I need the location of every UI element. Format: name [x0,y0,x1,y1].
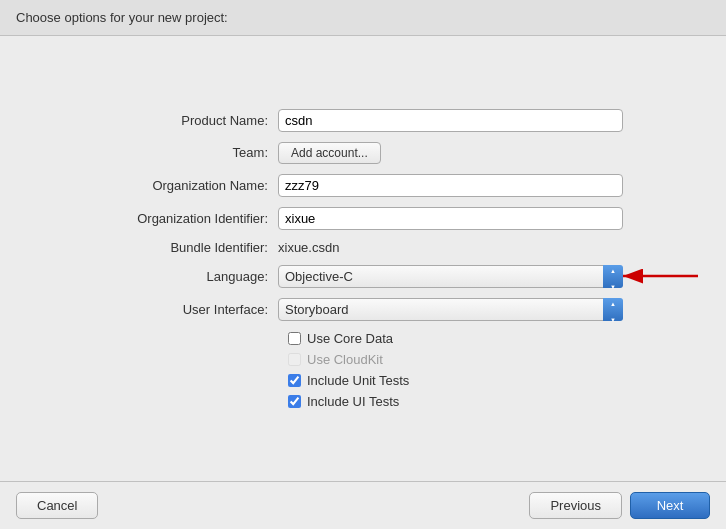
org-identifier-control [278,207,623,230]
include-unit-tests-checkbox[interactable] [288,374,301,387]
previous-button[interactable]: Previous [529,492,622,519]
use-cloudkit-row: Use CloudKit [288,352,623,367]
bundle-identifier-row: Bundle Identifier: xixue.csdn [103,240,623,255]
dialog-title: Choose options for your new project: [16,10,228,25]
add-account-button[interactable]: Add account... [278,142,381,164]
org-identifier-label: Organization Identifier: [103,211,278,226]
product-name-row: Product Name: [103,109,623,132]
ui-row: User Interface: Storyboard SwiftUI [103,298,623,321]
org-identifier-row: Organization Identifier: [103,207,623,230]
language-select[interactable]: Objective-C Swift [278,265,623,288]
team-row: Team: Add account... [103,142,623,164]
checkboxes-area: Use Core Data Use CloudKit Include Unit … [288,331,623,409]
bundle-identifier-label: Bundle Identifier: [103,240,278,255]
ui-control: Storyboard SwiftUI [278,298,623,321]
nav-buttons: Previous Next [529,492,710,519]
org-name-row: Organization Name: [103,174,623,197]
org-name-control [278,174,623,197]
use-cloudkit-checkbox [288,353,301,366]
product-name-control [278,109,623,132]
include-ui-tests-label: Include UI Tests [307,394,399,409]
bundle-identifier-control: xixue.csdn [278,240,623,255]
org-name-label: Organization Name: [103,178,278,193]
use-cloudkit-label: Use CloudKit [307,352,383,367]
include-unit-tests-label: Include Unit Tests [307,373,409,388]
use-core-data-row: Use Core Data [288,331,623,346]
bottom-bar: Cancel Previous Next [0,481,726,529]
include-unit-tests-row: Include Unit Tests [288,373,623,388]
next-button[interactable]: Next [630,492,710,519]
include-ui-tests-checkbox[interactable] [288,395,301,408]
title-bar: Choose options for your new project: [0,0,726,36]
team-control: Add account... [278,142,623,164]
team-label: Team: [103,145,278,160]
product-name-input[interactable] [278,109,623,132]
cancel-button[interactable]: Cancel [16,492,98,519]
language-label: Language: [103,269,278,284]
bundle-identifier-value: xixue.csdn [278,237,339,258]
org-name-input[interactable] [278,174,623,197]
org-identifier-input[interactable] [278,207,623,230]
language-row: Language: Objective-C Swift [103,265,623,288]
ui-label: User Interface: [103,302,278,317]
language-control: Objective-C Swift [278,265,623,288]
use-core-data-checkbox[interactable] [288,332,301,345]
use-core-data-label: Use Core Data [307,331,393,346]
product-name-label: Product Name: [103,113,278,128]
language-select-wrapper: Objective-C Swift [278,265,623,288]
ui-select-wrapper: Storyboard SwiftUI [278,298,623,321]
include-ui-tests-row: Include UI Tests [288,394,623,409]
ui-select[interactable]: Storyboard SwiftUI [278,298,623,321]
red-arrow-icon [613,261,703,291]
